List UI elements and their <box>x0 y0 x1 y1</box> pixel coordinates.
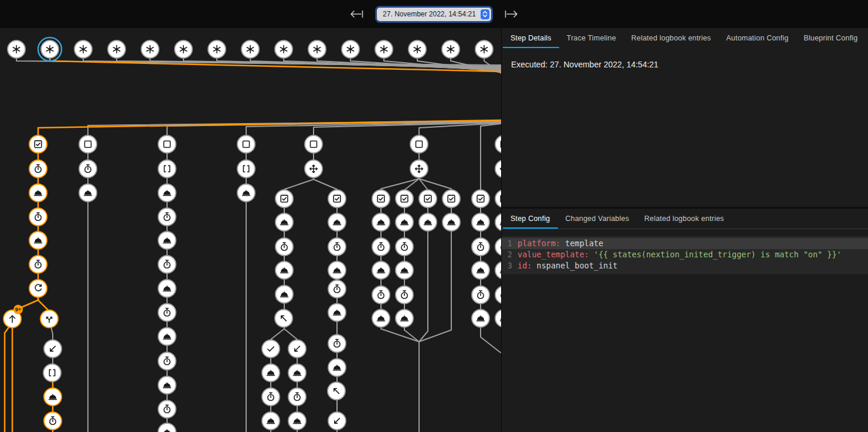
node-timer[interactable] <box>29 208 47 226</box>
run-selector[interactable]: 27. November 2022, 14:54:21 <box>377 8 491 21</box>
node-timer[interactable] <box>158 256 176 273</box>
node-bell[interactable] <box>495 213 501 231</box>
node-square[interactable] <box>158 135 176 153</box>
node-timer[interactable] <box>328 335 346 352</box>
node-call-split[interactable] <box>40 310 58 328</box>
node-asterisk[interactable] <box>241 40 259 58</box>
node-asterisk[interactable] <box>442 40 459 58</box>
details-tab-related-logbook-entries[interactable]: Related logbook entries <box>624 28 719 48</box>
node-bell[interactable] <box>158 280 176 297</box>
node-bell[interactable] <box>158 184 176 202</box>
node-bell[interactable] <box>275 261 293 279</box>
node-checkbox[interactable] <box>472 190 489 208</box>
node-bell[interactable] <box>275 285 293 303</box>
config-tab-related-logbook-entries[interactable]: Related logbook entries <box>636 209 731 229</box>
node-square[interactable] <box>495 135 501 153</box>
node-checkbox[interactable] <box>328 190 346 208</box>
node-bell[interactable] <box>495 261 501 279</box>
node-bell[interactable] <box>328 261 346 279</box>
node-bell[interactable] <box>442 213 460 231</box>
node-arrow-down-left[interactable] <box>288 340 306 358</box>
node-timer[interactable] <box>275 238 293 256</box>
node-arrow-decision[interactable] <box>495 160 501 178</box>
node-bell[interactable] <box>29 184 47 202</box>
node-bell[interactable] <box>158 232 176 249</box>
node-bell[interactable] <box>237 184 255 202</box>
node-bell[interactable] <box>372 213 390 231</box>
details-tab-blueprint-config[interactable]: Blueprint Config <box>796 28 865 48</box>
node-square[interactable] <box>305 135 322 153</box>
node-bell[interactable] <box>29 232 47 249</box>
node-repeat[interactable] <box>29 280 47 297</box>
node-bell[interactable] <box>372 261 390 279</box>
node-bell[interactable] <box>262 412 280 430</box>
node-timer[interactable] <box>288 388 306 406</box>
node-asterisk[interactable] <box>475 40 493 58</box>
node-bell[interactable] <box>328 359 346 376</box>
node-checkbox[interactable] <box>372 190 390 208</box>
node-timer[interactable] <box>372 286 390 304</box>
node-timer[interactable] <box>396 238 413 256</box>
node-asterisk[interactable] <box>141 40 159 58</box>
node-arrow-up[interactable]: 9+ <box>4 305 23 328</box>
node-asterisk[interactable] <box>175 40 192 58</box>
node-arrow-decision[interactable] <box>305 160 322 178</box>
node-asterisk[interactable] <box>74 40 92 58</box>
details-tab-step-details[interactable]: Step Details <box>503 28 559 48</box>
node-asterisk[interactable] <box>409 40 426 58</box>
node-bell[interactable] <box>158 328 176 345</box>
node-timer[interactable] <box>396 286 413 304</box>
node-asterisk[interactable] <box>308 40 326 58</box>
node-timer[interactable] <box>158 304 176 321</box>
config-tab-step-config[interactable]: Step Config <box>503 209 558 229</box>
node-bell[interactable] <box>472 213 489 231</box>
node-timer[interactable] <box>158 352 176 370</box>
node-brackets[interactable] <box>237 160 255 178</box>
node-bell[interactable] <box>288 412 306 430</box>
node-timer[interactable] <box>328 238 346 256</box>
node-timer[interactable] <box>29 160 47 178</box>
node-asterisk[interactable] <box>208 40 226 58</box>
node-arrow-up-left[interactable] <box>275 309 292 327</box>
node-square[interactable] <box>79 135 97 153</box>
node-arrow-down-left[interactable] <box>44 340 62 358</box>
node-checkbox[interactable] <box>396 190 413 208</box>
node-timer[interactable] <box>328 280 346 298</box>
node-square[interactable] <box>410 135 428 153</box>
node-arrow-decision[interactable] <box>410 160 428 178</box>
node-bell[interactable] <box>396 213 413 231</box>
node-asterisk[interactable] <box>375 40 393 58</box>
node-bell[interactable] <box>372 309 390 327</box>
code-editor[interactable]: 1platform: template2value_template: '{{ … <box>502 236 868 274</box>
node-asterisk[interactable] <box>8 40 25 58</box>
node-bell[interactable] <box>495 309 501 327</box>
node-timer[interactable] <box>158 400 176 418</box>
node-brackets[interactable] <box>43 364 61 382</box>
node-bell[interactable] <box>419 213 437 231</box>
node-timer[interactable] <box>472 238 489 256</box>
node-bell[interactable] <box>328 304 346 321</box>
node-check[interactable] <box>262 340 280 358</box>
node-timer[interactable] <box>372 238 390 256</box>
node-checkbox[interactable] <box>419 190 437 208</box>
node-asterisk[interactable] <box>108 40 125 58</box>
node-asterisk[interactable] <box>38 38 62 61</box>
next-run-button[interactable] <box>501 8 522 21</box>
node-timer[interactable] <box>79 160 97 178</box>
node-bell[interactable] <box>44 388 62 406</box>
node-arrow-down-left[interactable] <box>328 412 346 430</box>
node-checkbox[interactable] <box>275 190 293 208</box>
node-square[interactable] <box>237 135 255 153</box>
details-tab-trace-timeline[interactable]: Trace Timeline <box>559 28 624 48</box>
node-timer[interactable] <box>262 388 280 406</box>
node-asterisk[interactable] <box>275 40 292 58</box>
node-bell[interactable] <box>472 261 489 279</box>
previous-run-button[interactable] <box>346 8 367 21</box>
node-bell[interactable] <box>288 364 306 382</box>
config-tab-changed-variables[interactable]: Changed Variables <box>558 209 637 229</box>
node-bell[interactable] <box>328 213 346 231</box>
node-checkbox[interactable] <box>29 135 47 153</box>
node-timer[interactable] <box>29 256 47 273</box>
node-arrow-up-left[interactable] <box>328 382 345 400</box>
node-bell[interactable] <box>472 309 489 327</box>
